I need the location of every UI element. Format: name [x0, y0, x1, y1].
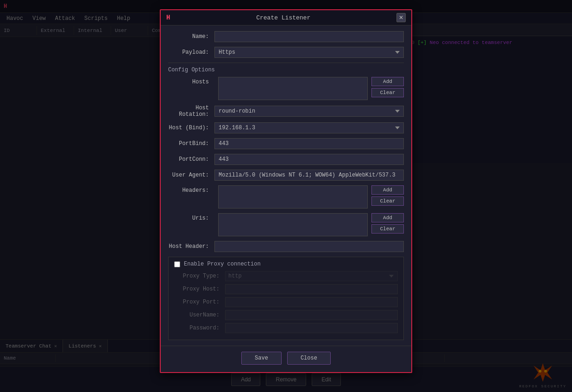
username-row: UserName: [174, 310, 398, 320]
uris-label: Uris: [168, 213, 214, 221]
user-agent-label: User Agent: [168, 172, 214, 178]
name-row: Name: [168, 31, 404, 42]
close-button[interactable]: Close [287, 352, 331, 365]
proxy-host-input[interactable] [225, 284, 398, 294]
host-bind-select[interactable]: 192.168.1.3 [214, 122, 404, 133]
portconn-row: PortConn: [168, 154, 404, 165]
payload-select[interactable]: Https Http Smb [214, 47, 404, 58]
proxy-host-label: Proxy Host: [174, 286, 225, 292]
proxy-header: Enable Proxy connection [174, 261, 398, 267]
host-header-row: Host Header: [168, 241, 404, 252]
headers-list-area [218, 185, 368, 209]
username-label: UserName: [174, 312, 225, 318]
dialog-close-button[interactable]: ✕ [396, 13, 406, 22]
proxy-enable-checkbox[interactable] [174, 261, 180, 267]
proxy-port-input[interactable] [225, 297, 398, 307]
password-label: Password: [174, 325, 225, 331]
proxy-port-label: Proxy Port: [174, 299, 225, 305]
payload-label: Payload: [168, 49, 214, 56]
config-section-title: Config Options [168, 67, 404, 73]
uris-buttons: Add Clear [371, 213, 404, 234]
payload-row: Payload: Https Http Smb [168, 47, 404, 58]
proxy-type-select[interactable]: http https socks4 socks5 [225, 271, 398, 281]
uris-section-header: Uris: Add Clear [168, 213, 404, 236]
host-rotation-label: Host Rotation: [168, 105, 214, 118]
portbind-row: PortBind: [168, 138, 404, 149]
portconn-input[interactable] [214, 154, 404, 165]
dialog-title: Create Listener [170, 14, 396, 21]
proxy-host-row: Proxy Host: [174, 284, 398, 294]
host-header-label: Host Header: [168, 243, 214, 250]
headers-clear-button[interactable]: Clear [371, 196, 404, 206]
proxy-section: Enable Proxy connection Proxy Type: http… [168, 257, 404, 340]
dialog-titlebar: H Create Listener ✕ [161, 10, 411, 25]
name-input[interactable] [214, 31, 404, 42]
create-listener-dialog: H Create Listener ✕ Name: Payload: Https… [160, 9, 412, 373]
password-input[interactable] [225, 323, 398, 333]
host-rotation-select[interactable]: round-robin random [214, 106, 404, 117]
hosts-buttons: Add Clear [371, 77, 404, 97]
proxy-type-row: Proxy Type: http https socks4 socks5 [174, 271, 398, 281]
proxy-enable-label: Enable Proxy connection [184, 261, 261, 267]
uris-list-area [218, 213, 368, 236]
headers-section-header: Headers: Add Clear [168, 185, 404, 209]
hosts-add-button[interactable]: Add [371, 77, 404, 86]
dialog-title-icon: H [166, 14, 170, 21]
hosts-list-area [218, 77, 368, 100]
uris-add-button[interactable]: Add [371, 213, 404, 222]
dialog-body: Name: Payload: Https Http Smb Config Opt… [161, 25, 411, 346]
hosts-label: Hosts [168, 77, 214, 85]
hosts-clear-button[interactable]: Clear [371, 88, 404, 97]
headers-section: Headers: Add Clear [168, 185, 404, 209]
host-header-input[interactable] [214, 241, 404, 252]
host-rotation-row: Host Rotation: round-robin random [168, 105, 404, 118]
proxy-fields: Proxy Type: http https socks4 socks5 Pro… [174, 271, 398, 333]
portbind-label: PortBind: [168, 140, 214, 147]
uris-clear-button[interactable]: Clear [371, 224, 404, 234]
headers-buttons: Add Clear [371, 185, 404, 206]
portconn-label: PortConn: [168, 156, 214, 163]
hosts-section: Hosts Add Clear [168, 77, 404, 100]
username-input[interactable] [225, 310, 398, 320]
host-bind-label: Host (Bind): [168, 125, 214, 131]
user-agent-input[interactable] [214, 170, 404, 181]
headers-label: Headers: [168, 185, 214, 194]
save-button[interactable]: Save [241, 352, 282, 365]
host-bind-row: Host (Bind): 192.168.1.3 [168, 122, 404, 133]
proxy-type-label: Proxy Type: [174, 273, 225, 279]
dialog-footer: Save Close [161, 346, 411, 372]
portbind-input[interactable] [214, 138, 404, 149]
password-row: Password: [174, 323, 398, 333]
name-label: Name: [168, 33, 214, 40]
headers-add-button[interactable]: Add [371, 185, 404, 195]
proxy-port-row: Proxy Port: [174, 297, 398, 307]
hosts-section-header: Hosts Add Clear [168, 77, 404, 100]
modal-overlay: H Create Listener ✕ Name: Payload: Https… [0, 0, 572, 392]
user-agent-row: User Agent: [168, 170, 404, 181]
app-window: H Havoc View Attack Scripts Help ID Exte… [0, 0, 572, 392]
uris-section: Uris: Add Clear [168, 213, 404, 236]
